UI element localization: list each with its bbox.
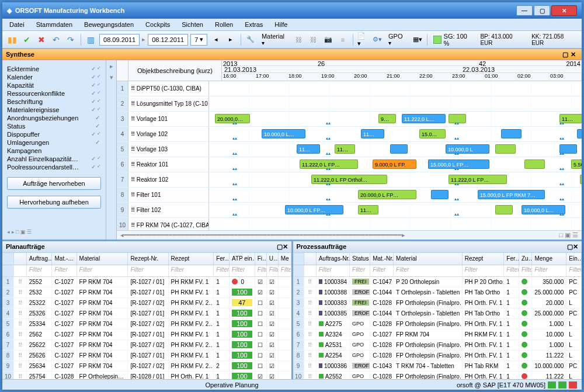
table-row[interactable]: 8⠿A2254GPOC-1028FP Ortholepsin (Finalpro… [293, 351, 582, 361]
gantt-row[interactable]: 6⠿ Reaktor 10111.222,0 L FP…9.000,0 L FP… [117, 157, 582, 172]
menu-stammdaten[interactable]: Stammdaten [34, 20, 75, 29]
camera-icon[interactable]: 📷 [322, 33, 334, 46]
sidebar-item-kampagnen[interactable]: Kampagnen [7, 147, 101, 155]
link2-icon[interactable]: ⛓ [307, 33, 319, 46]
maximize-button[interactable]: ▢ [534, 5, 550, 16]
menu-datei[interactable]: Datei [7, 20, 27, 29]
table-row[interactable]: 2⠿1000388EROFC-1044T Ortholepsin - Table… [293, 287, 582, 298]
date-from[interactable]: 08.09.2011 [99, 34, 140, 46]
table-row[interactable]: 8⠿25626C-1027FP RKM 704[R-1027 / 01]PH R… [2, 351, 291, 361]
table-row[interactable]: 5⠿25334C-1027FP RKM 704[R-1027 / 02]PH R… [2, 319, 291, 329]
table-row[interactable]: 9⠿1000386EROFC-1043T RKM 704 - Tabletten… [293, 361, 582, 372]
panel-max-icon[interactable]: ▢ [567, 243, 573, 251]
gantt-row[interactable]: 3⠿ Vorlage 10120.000,0…9…11.222,0 L…11…1… [117, 112, 582, 127]
gantt-row[interactable]: 1⠿ DiPPT50 (C-1030, CIBA) [117, 81, 582, 96]
gpo-dropdown[interactable]: GPO ▾ [386, 33, 409, 46]
gantt-row[interactable]: 2⠿ Lösungsmittel Typ 18 (C-10… [117, 96, 582, 112]
table-row[interactable]: 4⠿1000385EROFC-1044T Ortholepsin - Table… [293, 308, 582, 319]
synthese-bar: Synthese ▢ ✕ [2, 48, 582, 60]
link-icon[interactable]: ⛓ [293, 33, 305, 46]
sidebar-item-beschriftung[interactable]: Beschriftung✓✓ [7, 98, 101, 106]
table-row[interactable]: 7⠿A2531GPOC-1028FP Ortholepsin (Finalpro… [293, 340, 582, 351]
check-icon[interactable]: ✔ [20, 33, 33, 46]
sidebar-item-anzahl-einzelkapazit-t-[interactable]: Anzahl Einzelkapazität…✓✓ [7, 155, 101, 163]
menu-extras[interactable]: Extras [242, 20, 265, 29]
delete-icon[interactable]: ✖ [35, 33, 47, 46]
sidebar-item-ecktermine[interactable]: Ecktermine✓✓ [7, 65, 101, 73]
redo-icon[interactable]: ↷ [65, 33, 77, 46]
sidebar-item-anordnungsbeziehungen[interactable]: Anordnungsbeziehungen✓ [7, 114, 101, 122]
sidebar-item-poolressourcendarstell-[interactable]: Poolressourcendarstell…✓✓ [7, 163, 101, 171]
expand-icon[interactable]: ▸ [110, 63, 113, 70]
sidebar-item-kapazit-t[interactable]: Kapazität✓✓ [7, 81, 101, 89]
gantt-chart: Objektbeschreibung (kurz) 2013 26 42 201… [117, 60, 582, 240]
prev-icon[interactable]: ◂ [210, 33, 222, 46]
minimize-panel-icon[interactable]: ▢ [562, 51, 568, 58]
table-row[interactable]: 6⠿A2324GPOC-1027FP RKM 704PH RKM FV. 111… [293, 329, 582, 340]
layers-icon[interactable]: ▦▾ [411, 33, 423, 46]
gantt-header-label: Objektbeschreibung (kurz) [128, 60, 222, 81]
menu-hilfe[interactable]: Hilfe [272, 20, 290, 29]
status-center: Operative Planung [7, 381, 457, 388]
close-panel-icon[interactable]: ✕ [568, 51, 578, 58]
highlight-orders-button[interactable]: Aufträge hervorheben [7, 177, 101, 190]
gantt-row[interactable]: 5⠿ Vorlage 10311…11…10.000,0 L▴▴▴▴▴▴▴▴ [117, 142, 582, 157]
close-button[interactable]: ✕ [551, 5, 577, 16]
status-connection: orsoft @ SAP [E1T 470 MW05] [457, 381, 545, 388]
kpi-sg: SG: 100 % [431, 33, 475, 47]
collapse-icon[interactable]: ▾ [110, 74, 113, 81]
clear-highlight-button[interactable]: Hervorhebung aufheben [7, 196, 101, 209]
titlebar: ◈ ORSOFT Manufacturing Workbench — ▢ ✕ [2, 2, 582, 19]
gear-icon[interactable]: ⚙▾ [371, 33, 384, 46]
material-dropdown[interactable]: Material ▾ [259, 33, 290, 46]
gantt-row[interactable]: 10⠿ FP RKM 704 (C-1027, CIBA) [117, 218, 582, 230]
kpi-kk: KK: 721.058 EUR [529, 33, 578, 46]
sidebar-item-status[interactable]: Status✓ [7, 122, 101, 130]
wrench-icon[interactable]: 🔧 [245, 33, 257, 46]
stack-icon[interactable]: ≡ [336, 33, 349, 46]
date-to[interactable]: 08.12.2011 [148, 34, 188, 46]
panel-close-icon[interactable]: ✕ [573, 243, 578, 251]
table-row[interactable]: 10⠿A2552GPOC-1028FP Ortholepsin (Finalpr… [293, 372, 582, 379]
sidebar-item-kalender[interactable]: Kalender✓✓ [7, 73, 101, 81]
sidebar-item-dispopuffer[interactable]: Dispopuffer✓✓ [7, 130, 101, 138]
pause-icon[interactable]: ▮▮ [6, 33, 18, 46]
table-row[interactable]: 10⠿25754C-1028FP Ortholepsin…[R-1028 / 0… [2, 372, 291, 379]
panel-max-icon[interactable]: ▢ [277, 243, 283, 251]
sidebar-item-ressourcenkonflikte[interactable]: Ressourcenkonflikte✓✓ [7, 89, 101, 98]
table-row[interactable]: 1⠿1000384FREIC-1047P 20 OrtholepsinPH P … [293, 277, 582, 287]
table-row[interactable]: 9⠿25634C-1027FP RKM 704[R-1027 / 02]PH R… [2, 361, 291, 372]
next-icon[interactable]: ▸ [225, 33, 237, 46]
table-row[interactable]: 3⠿1000383FREIC-1028FP Ortholepsin (Final… [293, 298, 582, 308]
table-row[interactable]: 1⠿2552C-1027FP RKM 704[R-1027 / 01]PH RK… [2, 277, 291, 287]
table-row[interactable]: 5⠿A2275GPOC-1028FP Ortholepsin (Finalpro… [293, 319, 582, 329]
table-row[interactable]: 4⠿25326C-1027FP RKM 704[R-1027 / 01]PH R… [2, 308, 291, 319]
gantt-row[interactable]: 9⠿ Filter 10210.000,0 L FP…11…10.000,0 L… [117, 203, 582, 218]
synthese-title: Synthese [6, 51, 34, 58]
table-row[interactable]: 6⠿2562C-1027FP RKM 704[R-1027 / 01]PH RK… [2, 329, 291, 340]
statusbar: Operative Planung orsoft @ SAP [E1T 470 … [2, 379, 582, 390]
table-row[interactable]: 7⠿25622C-1027FP RKM 704[R-1027 / 02]PH R… [2, 340, 291, 351]
folder-icon[interactable]: 📄▾ [357, 33, 369, 46]
gantt-row[interactable]: 8⠿ Filter 10120.000,0 L FP…15.000,0 L FP… [117, 188, 582, 203]
gantt-row[interactable]: 4⠿ Vorlage 10210.000,0 L…11…15.0…▴▴▴▴▴▴▴… [117, 127, 582, 142]
menu-bewegungsdaten[interactable]: Bewegungsdaten [82, 20, 136, 29]
undo-icon[interactable]: ↶ [50, 33, 62, 46]
kpi-bp: BP: 413.000 EUR [478, 33, 527, 46]
sidebar-item-umlagerungen[interactable]: Umlagerungen✓ [7, 138, 101, 147]
window-title: ORSOFT Manufacturing Workbench [15, 7, 124, 14]
minimize-button[interactable]: — [516, 5, 533, 16]
table-row[interactable]: 2⠿2532C-1027FP RKM 704[R-1027 / 01]PH RK… [2, 287, 291, 298]
chart-icon[interactable]: ▥ [85, 33, 97, 46]
panel-close-icon[interactable]: ✕ [283, 243, 288, 251]
sidebar: Ecktermine✓✓Kalender✓✓Kapazität✓✓Ressour… [2, 60, 106, 240]
gantt-row[interactable]: 7⠿ Reaktor 10211.222,0 L FP Orthol…11.22… [117, 172, 582, 188]
toolbar: ▮▮ ✔ ✖ ↶ ↷ ▥ 08.09.2011 ▸ 08.12.2011 7 ▾… [2, 31, 582, 48]
sidebar-item-materialereignisse[interactable]: Materialereignisse✓✓ [7, 106, 101, 114]
menu-cockpits[interactable]: Cockpits [143, 20, 172, 29]
days-selector[interactable]: 7 ▾ [190, 34, 207, 46]
menu-rollen[interactable]: Rollen [213, 20, 235, 29]
planauftr-title: Planaufträge [6, 243, 45, 251]
table-row[interactable]: 3⠿25322C-1027FP RKM 704[R-1027 / 02]PH R… [2, 298, 291, 308]
menu-sichten[interactable]: Sichten [179, 20, 206, 29]
